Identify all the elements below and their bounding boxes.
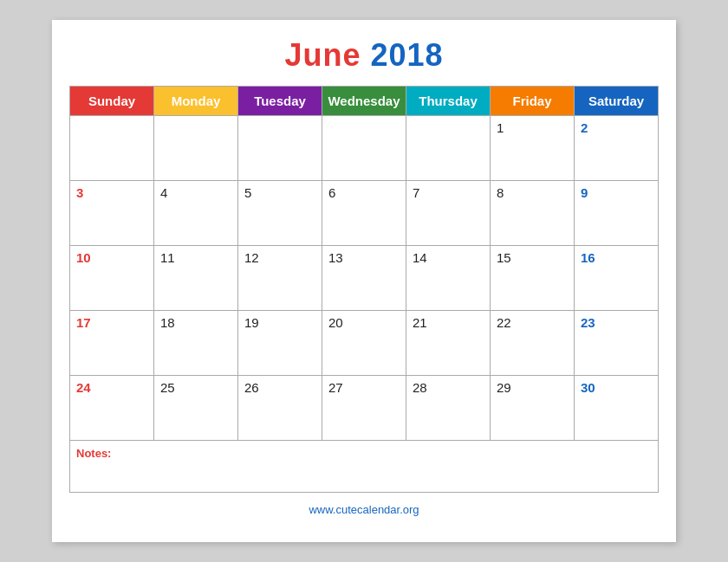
week-row-1: 12	[70, 116, 659, 181]
day-cell[interactable]	[322, 116, 406, 181]
day-number: 28	[413, 380, 427, 395]
day-cell[interactable]: 15	[491, 246, 575, 311]
day-number: 13	[328, 250, 343, 265]
day-cell[interactable]: 21	[406, 311, 491, 376]
day-cell[interactable]	[406, 116, 491, 181]
notes-cell: Notes:	[70, 441, 659, 493]
day-number: 12	[244, 250, 259, 265]
day-cell[interactable]: 2	[575, 116, 659, 181]
day-cell[interactable]: 1	[491, 116, 575, 181]
days-header-row: Sunday Monday Tuesday Wednesday Thursday…	[70, 87, 659, 116]
footer-url: www.cutecalendar.org	[309, 503, 419, 516]
day-cell[interactable]: 18	[154, 311, 238, 376]
day-number: 19	[244, 315, 259, 330]
title-month: June	[284, 37, 361, 73]
calendar-title: June 2018	[69, 37, 659, 74]
day-cell[interactable]	[238, 116, 322, 181]
day-number: 2	[581, 120, 588, 135]
day-cell[interactable]: 11	[154, 246, 238, 311]
day-cell[interactable]: 19	[238, 311, 322, 376]
week-row-5: 24252627282930	[70, 376, 659, 441]
notes-label: Notes:	[76, 447, 111, 460]
day-number: 7	[413, 185, 419, 200]
week-row-3: 10111213141516	[70, 246, 659, 311]
day-cell[interactable]: 7	[406, 181, 491, 246]
header-saturday: Saturday	[575, 87, 659, 116]
day-number: 29	[497, 380, 511, 395]
day-cell[interactable]: 23	[575, 311, 659, 376]
day-cell[interactable]: 10	[70, 246, 154, 311]
day-cell[interactable]: 5	[238, 181, 322, 246]
day-cell[interactable]	[154, 116, 238, 181]
day-number: 18	[160, 315, 175, 330]
day-cell[interactable]: 12	[238, 246, 322, 311]
week-row-2: 3456789	[70, 181, 659, 246]
day-cell[interactable]: 26	[238, 376, 322, 441]
day-number: 15	[497, 250, 511, 265]
day-cell[interactable]: 30	[575, 376, 659, 441]
day-number: 17	[76, 315, 91, 330]
day-number: 10	[76, 250, 91, 265]
day-cell[interactable]: 25	[154, 376, 238, 441]
day-number: 16	[581, 250, 595, 265]
day-number: 14	[413, 250, 427, 265]
day-number: 25	[160, 380, 175, 395]
day-number: 21	[413, 315, 427, 330]
day-cell[interactable]: 22	[491, 311, 575, 376]
notes-row: Notes:	[70, 441, 659, 493]
day-number: 9	[581, 185, 588, 200]
day-cell[interactable]: 28	[406, 376, 491, 441]
header-tuesday: Tuesday	[238, 87, 322, 116]
day-cell[interactable]: 9	[575, 181, 659, 246]
day-number: 30	[581, 380, 595, 395]
day-cell[interactable]: 14	[406, 246, 491, 311]
day-cell[interactable]: 16	[575, 246, 659, 311]
day-number: 20	[328, 315, 343, 330]
day-number: 26	[244, 380, 259, 395]
day-cell[interactable]: 13	[322, 246, 406, 311]
day-number: 1	[497, 120, 504, 135]
day-number: 3	[76, 185, 83, 200]
title-year: 2018	[370, 37, 443, 73]
header-sunday: Sunday	[70, 87, 154, 116]
day-cell[interactable]: 20	[322, 311, 406, 376]
header-thursday: Thursday	[406, 87, 491, 116]
day-number: 6	[328, 185, 335, 200]
day-cell[interactable]: 24	[70, 376, 154, 441]
calendar-body: 1234567891011121314151617181920212223242…	[70, 116, 659, 493]
calendar-container: June 2018 Sunday Monday Tuesday Wednesda…	[52, 20, 676, 542]
day-number: 4	[160, 185, 167, 200]
day-cell[interactable]: 29	[491, 376, 575, 441]
header-friday: Friday	[491, 87, 575, 116]
day-number: 24	[76, 380, 91, 395]
day-cell[interactable]	[70, 116, 154, 181]
day-number: 23	[581, 315, 595, 330]
day-number: 5	[244, 185, 251, 200]
week-row-4: 17181920212223	[70, 311, 659, 376]
day-cell[interactable]: 3	[70, 181, 154, 246]
header-monday: Monday	[154, 87, 238, 116]
calendar-footer[interactable]: www.cutecalendar.org	[69, 503, 659, 516]
day-cell[interactable]: 6	[322, 181, 406, 246]
header-wednesday: Wednesday	[322, 87, 406, 116]
day-cell[interactable]: 4	[154, 181, 238, 246]
day-number: 27	[328, 380, 343, 395]
day-cell[interactable]: 27	[322, 376, 406, 441]
day-number: 22	[497, 315, 511, 330]
day-cell[interactable]: 8	[491, 181, 575, 246]
day-cell[interactable]: 17	[70, 311, 154, 376]
day-number: 11	[160, 250, 175, 265]
calendar-table: Sunday Monday Tuesday Wednesday Thursday…	[69, 86, 659, 493]
day-number: 8	[497, 185, 504, 200]
